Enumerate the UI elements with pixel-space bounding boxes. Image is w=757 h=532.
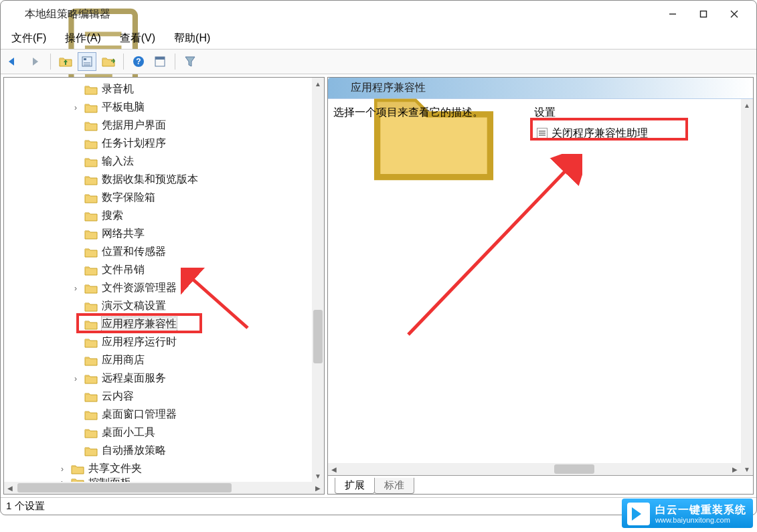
folder-icon [84, 175, 98, 185]
tree-item-label: 数据收集和预览版本 [102, 173, 198, 187]
folder-icon [84, 229, 98, 240]
up-folder-button[interactable] [56, 52, 75, 71]
watermark-icon [627, 503, 650, 525]
hscroll-thumb[interactable] [554, 464, 594, 474]
expander-icon[interactable]: › [71, 103, 80, 112]
tree-item-label: 共享文件夹 [88, 462, 142, 476]
hscroll-track[interactable] [340, 463, 729, 475]
content-title: 应用程序兼容性 [351, 81, 426, 95]
tree-item[interactable]: 数据收集和预览版本 [4, 171, 324, 189]
tree-item[interactable]: 演示文稿设置 [4, 297, 324, 315]
horizontal-scrollbar[interactable]: ◀ ▶ [328, 463, 741, 475]
tree-item[interactable]: 桌面窗口管理器 [4, 406, 324, 424]
description-column: 选择一个项目来查看它的描述。 [333, 106, 534, 475]
scroll-down-arrow[interactable]: ▼ [741, 463, 753, 475]
scroll-track[interactable] [312, 90, 324, 470]
tree-item[interactable]: 输入法 [4, 153, 324, 171]
menu-file[interactable]: 文件(F) [5, 29, 53, 48]
horizontal-scrollbar[interactable]: ◀ ▶ [4, 482, 324, 494]
scroll-track[interactable] [741, 111, 753, 463]
vertical-scrollbar[interactable]: ▲ ▼ [312, 78, 324, 482]
help-button[interactable]: ? [129, 52, 148, 71]
maximize-button[interactable] [688, 3, 719, 25]
tree-item[interactable]: 位置和传感器 [4, 243, 324, 261]
tree-item[interactable]: 自动播放策略 [4, 442, 324, 460]
tree-item-label: 文件资源管理器 [102, 281, 177, 295]
expander-icon[interactable]: › [71, 374, 80, 383]
expander-icon[interactable]: › [71, 284, 80, 293]
menu-help[interactable]: 帮助(H) [167, 29, 217, 48]
folder-icon [84, 84, 98, 95]
content-pane: 应用程序兼容性 选择一个项目来查看它的描述。 设置 关闭程序兼容性助理 ▲ [327, 77, 754, 495]
tree-item[interactable]: 网络共享 [4, 225, 324, 243]
watermark-sub: www.baiyunxitong.com [655, 516, 746, 524]
content-tabs: 扩展 标准 [328, 475, 753, 494]
settings-column: 设置 关闭程序兼容性助理 [534, 106, 753, 475]
scroll-right-arrow[interactable]: ▶ [312, 482, 324, 494]
svg-rect-3 [84, 58, 86, 60]
hscroll-track[interactable] [16, 482, 312, 494]
menu-view[interactable]: 查看(V) [113, 29, 162, 48]
status-text: 1 个设置 [6, 500, 45, 513]
tab-extended[interactable]: 扩展 [335, 478, 375, 494]
scroll-right-arrow[interactable]: ▶ [729, 463, 741, 475]
scroll-thumb[interactable] [313, 310, 323, 363]
folder-icon [84, 283, 98, 294]
tree-item-label: 凭据用户界面 [102, 118, 166, 132]
minimize-button[interactable] [657, 3, 688, 25]
svg-text:?: ? [136, 57, 141, 66]
menu-bar: 文件(F) 操作(A) 查看(V) 帮助(H) [1, 27, 756, 49]
watermark-main: 白云一键重装系统 [655, 504, 746, 516]
folder-icon [84, 446, 98, 456]
tree-item[interactable]: ›平板电脑 [4, 98, 324, 116]
app-icon [7, 7, 19, 21]
back-button[interactable] [5, 52, 23, 71]
tree-item[interactable]: 凭据用户界面 [4, 116, 324, 135]
folder-icon [84, 319, 98, 330]
description-prompt: 选择一个项目来查看它的描述。 [333, 106, 534, 120]
forward-button[interactable] [26, 52, 45, 71]
hscroll-thumb[interactable] [17, 483, 232, 493]
tree-item[interactable]: 任务计划程序 [4, 135, 324, 153]
scroll-down-arrow[interactable]: ▼ [312, 470, 324, 482]
title-bar: 本地组策略编辑器 [1, 1, 756, 27]
tree-item-label: 远程桌面服务 [102, 371, 166, 385]
tree-item[interactable]: ›远程桌面服务 [4, 369, 324, 387]
properties-button[interactable] [151, 52, 169, 71]
tree-item[interactable]: 应用程序运行时 [4, 333, 324, 351]
settings-header: 设置 [534, 106, 753, 120]
toolbar: ? [1, 49, 756, 74]
settings-list: 关闭程序兼容性助理 [534, 124, 753, 143]
tree-item[interactable]: 文件吊销 [4, 261, 324, 279]
tab-standard[interactable]: 标准 [374, 478, 414, 494]
scroll-left-arrow[interactable]: ◀ [328, 463, 340, 475]
scroll-up-arrow[interactable]: ▲ [741, 99, 753, 111]
expander-icon[interactable]: › [58, 464, 67, 474]
tree-item-label: 应用程序运行时 [102, 335, 177, 349]
tree-item[interactable]: 云内容 [4, 387, 324, 406]
vertical-scrollbar[interactable]: ▲ ▼ [741, 99, 753, 475]
menu-action[interactable]: 操作(A) [58, 29, 107, 48]
export-button[interactable] [99, 52, 118, 71]
tree-view-toggle[interactable] [78, 52, 96, 71]
folder-icon [84, 139, 98, 149]
close-button[interactable] [719, 3, 750, 25]
tree-item[interactable]: ›共享文件夹 [4, 460, 324, 478]
tree-item[interactable]: 录音机 [4, 80, 324, 98]
policy-tree[interactable]: 录音机›平板电脑凭据用户界面任务计划程序输入法数据收集和预览版本数字保险箱搜索网… [4, 78, 324, 482]
window-controls [657, 3, 750, 25]
setting-item[interactable]: 关闭程序兼容性助理 [534, 124, 753, 143]
tree-item-label: 任务计划程序 [102, 137, 166, 151]
scroll-up-arrow[interactable]: ▲ [312, 78, 324, 90]
policy-icon [537, 128, 548, 139]
scroll-left-arrow[interactable]: ◀ [4, 482, 16, 494]
tree-item[interactable]: 应用程序兼容性 [4, 315, 324, 333]
filter-button[interactable] [181, 52, 199, 71]
toolbar-separator [123, 54, 124, 70]
tree-item[interactable]: 应用商店 [4, 351, 324, 369]
tree-item[interactable]: ›文件资源管理器 [4, 279, 324, 297]
tree-item[interactable]: 搜索 [4, 207, 324, 225]
tree-item-label: 文件吊销 [102, 263, 145, 277]
tree-item[interactable]: 桌面小工具 [4, 424, 324, 442]
tree-item[interactable]: 数字保险箱 [4, 189, 324, 207]
